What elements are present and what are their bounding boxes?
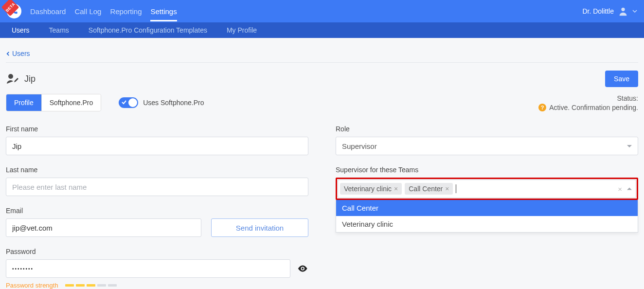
remove-tag-icon[interactable]: × <box>394 185 398 193</box>
breadcrumb[interactable]: Users <box>6 44 638 63</box>
subnav-my-profile[interactable]: My Profile <box>227 26 257 34</box>
user-menu[interactable]: Dr. Dolittle <box>582 6 637 17</box>
tab-softphone[interactable]: Softphone.Pro <box>41 94 101 111</box>
profile-tabs: Profile Softphone.Pro <box>6 94 101 111</box>
teams-dropdown: Call Center Veterinary clinic <box>336 200 638 233</box>
remove-tag-icon[interactable]: × <box>445 185 449 193</box>
app-logo[interactable]: BETA <box>7 4 21 18</box>
text-cursor <box>456 184 456 193</box>
subnav-users[interactable]: Users <box>12 26 30 34</box>
nav-settings[interactable]: Settings <box>150 1 177 21</box>
team-tag: Call Center × <box>405 183 453 195</box>
caret-down-icon <box>627 145 632 147</box>
password-strength-meter <box>65 284 117 287</box>
teams-multiselect[interactable]: Veterinary clinic × Call Center × × <box>338 180 636 198</box>
svg-point-2 <box>302 268 304 270</box>
clear-all-icon[interactable]: × <box>618 185 622 193</box>
email-label: Email <box>6 207 308 215</box>
chevron-down-icon <box>632 9 637 14</box>
svg-point-0 <box>621 8 625 11</box>
uses-softphone-toggle[interactable] <box>119 97 138 108</box>
email-input[interactable] <box>6 218 201 237</box>
team-tag: Veterinary clinic × <box>340 183 402 195</box>
nav-reporting[interactable]: Reporting <box>110 1 142 21</box>
nav-dashboard[interactable]: Dashboard <box>30 1 66 21</box>
save-button[interactable]: Save <box>605 71 638 87</box>
tab-profile[interactable]: Profile <box>6 94 41 111</box>
first-name-label: First name <box>6 125 308 133</box>
send-invitation-button[interactable]: Send invitation <box>211 218 308 237</box>
breadcrumb-label: Users <box>12 50 30 57</box>
teams-label: Supervisor for these Teams <box>336 166 638 174</box>
check-icon <box>122 100 126 105</box>
password-input[interactable] <box>6 259 290 278</box>
role-label: Role <box>336 125 638 133</box>
status-value: Active. Confirmation pending. <box>549 104 638 111</box>
subnav-teams[interactable]: Teams <box>49 26 69 34</box>
role-value: Supervisor <box>342 142 377 150</box>
dropdown-option[interactable]: Veterinary clinic <box>336 216 638 232</box>
first-name-input[interactable] <box>6 137 308 155</box>
role-select[interactable]: Supervisor <box>336 137 638 155</box>
chevron-left-icon <box>6 52 10 56</box>
subnav-config-templates[interactable]: Softphone.Pro Configuration Templates <box>89 26 207 34</box>
eye-icon[interactable] <box>297 263 308 274</box>
dropdown-option[interactable]: Call Center <box>336 200 638 216</box>
toggle-label: Uses Softphone.Pro <box>143 99 204 107</box>
nav-call-log[interactable]: Call Log <box>74 1 101 21</box>
svg-point-1 <box>8 74 13 79</box>
top-nav: Dashboard Call Log Reporting Settings <box>30 1 177 21</box>
user-edit-icon <box>6 73 19 85</box>
last-name-input[interactable] <box>6 178 308 196</box>
user-name: Dr. Dolittle <box>582 7 614 15</box>
last-name-label: Last name <box>6 166 308 174</box>
password-strength-label: Password strength <box>6 282 58 289</box>
avatar-icon <box>618 6 628 17</box>
password-label: Password <box>6 248 308 255</box>
page-title: Jip <box>24 74 36 84</box>
caret-up-icon[interactable] <box>627 188 632 190</box>
status-label: Status: <box>538 94 638 102</box>
warning-icon: ? <box>538 104 546 111</box>
